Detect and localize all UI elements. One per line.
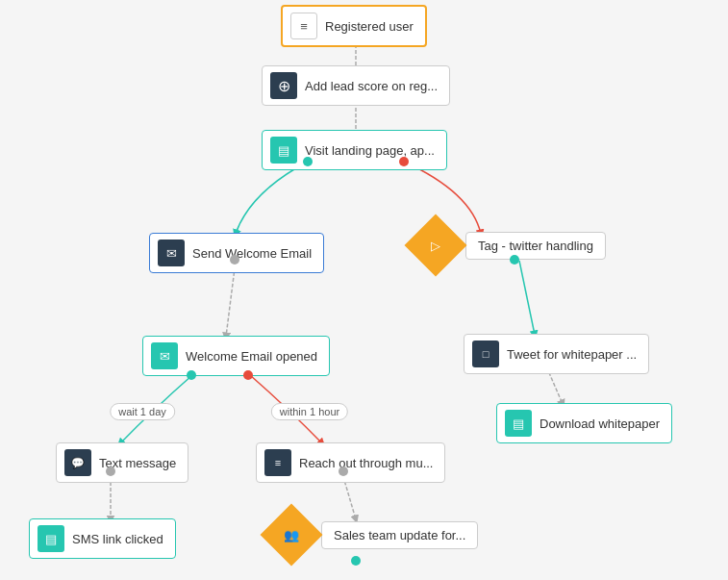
welcome-opened-node[interactable]: ✉ Welcome Email opened xyxy=(142,336,330,376)
sms-link-node[interactable]: ▤ SMS link clicked xyxy=(29,518,176,559)
registered-user-label: Registered user xyxy=(325,19,414,34)
dot-tag-twitter-bottom xyxy=(510,255,519,265)
dot-sales-bottom xyxy=(351,556,361,566)
reach-out-icon: ≡ xyxy=(264,449,291,476)
dot-send-welcome-bottom xyxy=(230,255,239,265)
svg-line-3 xyxy=(519,261,535,335)
visit-landing-icon: ▤ xyxy=(270,137,297,164)
registered-user-icon: ≡ xyxy=(290,13,317,39)
send-welcome-label: Send Welcome Email xyxy=(192,246,312,261)
download-whitepaper-label: Download whitepaper xyxy=(540,416,660,431)
welcome-opened-label: Welcome Email opened xyxy=(186,349,317,364)
dot-opened-right xyxy=(243,370,253,380)
workflow-canvas: ≡ Registered user ⊕ Add lead score on re… xyxy=(0,0,728,580)
wait-label: wait 1 day xyxy=(110,403,175,420)
visit-landing-node[interactable]: ▤ Visit landing page, ap... xyxy=(262,130,447,170)
sms-link-label: SMS link clicked xyxy=(72,532,163,546)
send-welcome-node[interactable]: ✉ Send Welcome Email xyxy=(149,233,324,273)
sales-team-diamond-icon: 👥 xyxy=(284,528,299,542)
connector-dot-visit-left xyxy=(303,157,313,166)
download-whitepaper-node[interactable]: ▤ Download whitepaper xyxy=(496,403,672,443)
add-lead-score-node[interactable]: ⊕ Add lead score on reg... xyxy=(262,65,450,106)
tag-twitter-diamond-icon: ▷ xyxy=(431,239,440,253)
dot-opened-left xyxy=(187,370,196,380)
connector-dot-visit-right xyxy=(399,157,409,166)
tag-twitter-diamond: ▷ xyxy=(404,214,466,276)
send-welcome-icon: ✉ xyxy=(158,240,185,266)
add-lead-score-label: Add lead score on reg... xyxy=(305,79,438,93)
tweet-whitepaper-label: Tweet for whitepaper ... xyxy=(507,347,637,362)
text-message-icon: 💬 xyxy=(64,449,91,476)
welcome-opened-icon: ✉ xyxy=(151,342,178,369)
sales-team-diamond: 👥 xyxy=(260,503,322,566)
visit-landing-label: Visit landing page, ap... xyxy=(305,143,435,158)
tweet-whitepaper-node[interactable]: □ Tweet for whitepaper ... xyxy=(464,334,649,374)
registered-user-node[interactable]: ≡ Registered user xyxy=(281,5,427,47)
dot-reach-bottom xyxy=(339,467,348,476)
sales-team-wrapper[interactable]: 👥 Sales team update for... xyxy=(269,513,478,557)
sms-link-icon: ▤ xyxy=(38,525,64,552)
reach-out-node[interactable]: ≡ Reach out through mu... xyxy=(256,442,445,483)
tag-twitter-label: Tag - twitter handling xyxy=(465,232,606,260)
tweet-whitepaper-icon: □ xyxy=(472,340,499,367)
download-whitepaper-icon: ▤ xyxy=(505,410,532,437)
dot-text-bottom xyxy=(106,467,115,476)
sales-team-label: Sales team update for... xyxy=(321,521,478,549)
text-message-node[interactable]: 💬 Text message xyxy=(56,442,188,483)
add-lead-score-icon: ⊕ xyxy=(270,72,297,99)
hour-label: within 1 hour xyxy=(271,403,348,420)
reach-out-label: Reach out through mu... xyxy=(299,456,433,470)
